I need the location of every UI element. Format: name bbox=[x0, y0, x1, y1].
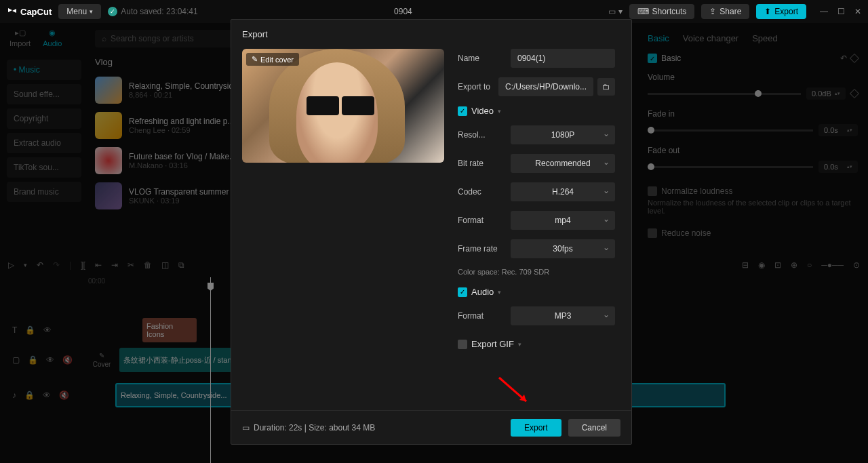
sidebar-cat-2[interactable]: Copyright bbox=[7, 108, 81, 129]
keyframe-icon[interactable] bbox=[850, 89, 859, 98]
song-thumb bbox=[95, 182, 122, 209]
lock-icon[interactable]: 🔒 bbox=[24, 390, 35, 400]
cut-right-icon[interactable]: ⇥ bbox=[111, 260, 118, 270]
video-track-icon: ▢ bbox=[12, 355, 20, 365]
search-icon: ⌕ bbox=[102, 34, 106, 43]
mirror-icon[interactable]: ◫ bbox=[161, 260, 169, 270]
rtab-basic[interactable]: Basic bbox=[648, 33, 669, 43]
codec-select[interactable]: H.264 bbox=[511, 182, 615, 201]
edit-cover-button[interactable]: ✎Edit cover bbox=[246, 53, 299, 66]
rtab-speed[interactable]: Speed bbox=[752, 33, 778, 43]
framerate-select[interactable]: 30fps bbox=[511, 239, 615, 258]
text-clip[interactable]: Fashion Icons bbox=[142, 318, 197, 342]
fadein-label: Fade in bbox=[648, 109, 858, 119]
tool-icon[interactable]: ◉ bbox=[758, 260, 765, 270]
tool-icon[interactable]: ⊟ bbox=[742, 260, 749, 270]
sidebar-cat-0[interactable]: • Music bbox=[7, 60, 81, 80]
cover-preview: ✎Edit cover bbox=[242, 49, 444, 163]
bitrate-select[interactable]: Recommended bbox=[511, 154, 615, 173]
fadein-value[interactable]: 0.0s▴▾ bbox=[818, 124, 858, 136]
bitrate-label: Bit rate bbox=[458, 159, 511, 168]
format-label: Format bbox=[458, 216, 511, 225]
eye-icon[interactable]: 👁 bbox=[46, 355, 54, 365]
undo-icon[interactable]: ↶ bbox=[37, 260, 43, 270]
cut-icon[interactable]: ✂ bbox=[127, 260, 134, 270]
share-button[interactable]: ⇪ Share bbox=[701, 4, 749, 19]
export-dialog: Export ✎Edit cover Name Export to C:/Use… bbox=[231, 19, 632, 445]
delete-icon[interactable]: 🗑 bbox=[144, 260, 152, 270]
exportto-path: C:/Users/HP/Downlo... bbox=[498, 77, 593, 96]
resolution-select[interactable]: 1080P bbox=[511, 125, 615, 144]
playhead[interactable] bbox=[210, 277, 211, 463]
text-track-icon: T bbox=[12, 325, 17, 335]
check-icon[interactable]: ✓ bbox=[648, 54, 657, 63]
check-icon: ✓ bbox=[108, 7, 117, 16]
tool-icon[interactable]: ⊕ bbox=[791, 260, 797, 270]
folder-button[interactable]: 🗀 bbox=[597, 78, 615, 96]
volume-value[interactable]: 0.0dB▴▾ bbox=[806, 87, 846, 100]
layout-icon[interactable]: ▭ ▾ bbox=[608, 7, 622, 16]
audio-icon: ◉ bbox=[49, 28, 56, 37]
crop-icon[interactable]: ⧉ bbox=[178, 260, 184, 270]
tool-icon[interactable]: ○ bbox=[807, 260, 812, 270]
colorspace-info: Color space: Rec. 709 SDR bbox=[458, 268, 615, 276]
reduce-noise-label: Reduce noise bbox=[661, 228, 711, 238]
name-label: Name bbox=[458, 54, 511, 63]
codec-label: Codec bbox=[458, 187, 511, 197]
maximize-icon[interactable]: ☐ bbox=[837, 7, 845, 16]
name-input[interactable] bbox=[511, 49, 615, 68]
video-check[interactable]: ✓ bbox=[458, 106, 467, 116]
autosave-status: ✓ Auto saved: 23:04:41 bbox=[108, 7, 197, 16]
gif-check[interactable] bbox=[458, 340, 467, 349]
sidebar-cat-4[interactable]: TikTok sou... bbox=[7, 157, 81, 178]
pencil-icon: ✎ bbox=[252, 55, 258, 64]
fit-icon[interactable]: ⊙ bbox=[853, 260, 860, 270]
pointer-icon[interactable]: ▷ bbox=[8, 260, 14, 270]
aformat-label: Format bbox=[458, 311, 511, 321]
sidebar-cat-1[interactable]: Sound effe... bbox=[7, 84, 81, 104]
redo-icon[interactable]: ↷ bbox=[53, 260, 60, 270]
project-title: 0904 bbox=[205, 7, 602, 16]
check-off-icon[interactable] bbox=[648, 186, 657, 196]
keyframe-icon[interactable] bbox=[850, 54, 859, 63]
eye-icon[interactable]: 👁 bbox=[43, 390, 51, 400]
shortcuts-button[interactable]: ⌨ Shortcuts bbox=[629, 4, 695, 19]
cover-button[interactable]: ✎Cover bbox=[88, 352, 115, 368]
volume-label: Volume bbox=[648, 73, 858, 82]
tick: 00:00 bbox=[88, 277, 105, 295]
song-thumb bbox=[95, 112, 122, 139]
tab-import[interactable]: ▸▢Import bbox=[9, 28, 31, 47]
check-off-icon[interactable] bbox=[648, 228, 657, 238]
export-button[interactable]: Export bbox=[511, 419, 561, 437]
cut-left-icon[interactable]: ⇤ bbox=[95, 260, 102, 270]
song-thumb bbox=[95, 77, 122, 104]
lock-icon[interactable]: 🔒 bbox=[28, 355, 38, 365]
exportto-label: Export to bbox=[458, 82, 498, 92]
fadeout-label: Fade out bbox=[648, 146, 858, 155]
rtab-voice[interactable]: Voice changer bbox=[683, 33, 738, 43]
export-button-top[interactable]: ⬆ Export bbox=[756, 4, 806, 19]
footer-info: Duration: 22s | Size: about 34 MB bbox=[254, 423, 375, 432]
split-icon[interactable]: ][ bbox=[81, 260, 85, 270]
song-thumb bbox=[95, 147, 122, 174]
import-icon: ▸▢ bbox=[15, 28, 26, 37]
resolution-label: Resol... bbox=[458, 130, 511, 140]
audio-check[interactable]: ✓ bbox=[458, 287, 467, 297]
mute-icon[interactable]: 🔇 bbox=[59, 390, 69, 400]
tool-icon[interactable]: ⊡ bbox=[774, 260, 781, 270]
menu-button[interactable]: Menu ▾ bbox=[58, 4, 101, 19]
close-icon[interactable]: ✕ bbox=[854, 7, 861, 16]
tab-audio[interactable]: ◉Audio bbox=[43, 28, 62, 47]
sidebar-cat-5[interactable]: Brand music bbox=[7, 182, 81, 202]
cancel-button[interactable]: Cancel bbox=[568, 419, 620, 437]
sidebar-cat-3[interactable]: Extract audio bbox=[7, 133, 81, 153]
eye-icon[interactable]: 👁 bbox=[43, 325, 52, 335]
fadeout-value[interactable]: 0.0s▴▾ bbox=[818, 161, 858, 173]
aformat-select[interactable]: MP3 bbox=[511, 306, 615, 325]
lock-icon[interactable]: 🔒 bbox=[25, 325, 35, 335]
mute-icon[interactable]: 🔇 bbox=[62, 355, 73, 365]
minimize-icon[interactable]: — bbox=[820, 7, 828, 16]
format-select[interactable]: mp4 bbox=[511, 211, 615, 230]
undo-icon[interactable]: ↶ bbox=[840, 54, 847, 63]
zoom-slider[interactable]: ─●── bbox=[821, 260, 844, 270]
